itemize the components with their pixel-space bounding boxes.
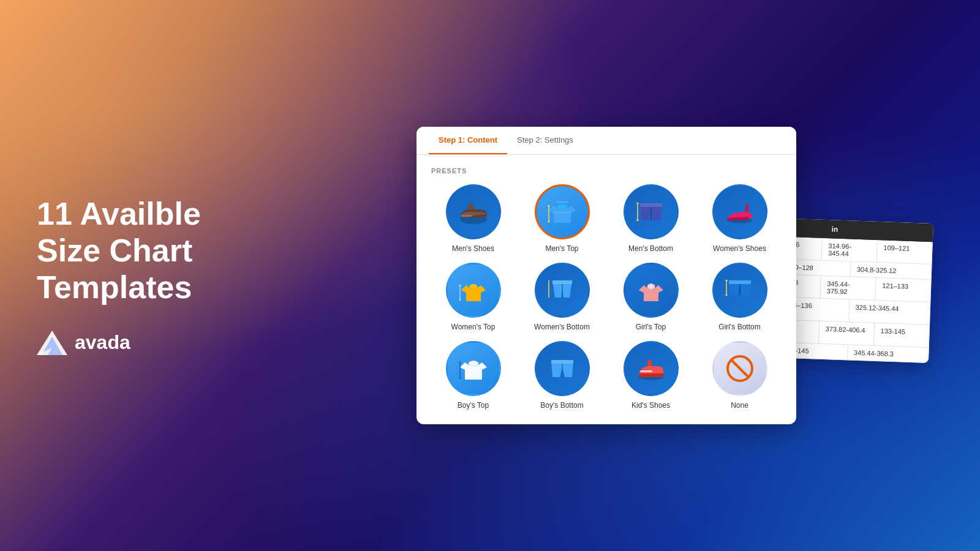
preset-circle-none — [712, 341, 767, 396]
logo-area: avada — [37, 331, 270, 355]
cell-p3: 304.8-325.12 — [850, 261, 932, 279]
preset-mens-top[interactable]: Men's Top — [520, 184, 604, 253]
preset-womens-bottom[interactable]: Women's Bottom — [520, 263, 604, 331]
modal-card: Step 1: Content Step 2: Settings PRESETS — [417, 127, 796, 424]
right-panel: PS in XX-Large 124–136 314.96-345.44 109… — [270, 127, 943, 424]
preset-none[interactable]: None — [698, 341, 782, 410]
preset-circle-boys-top — [446, 341, 501, 396]
avada-logo-icon — [37, 331, 67, 355]
preset-label-girls-top: Girl's Top — [636, 323, 666, 331]
boys-bottom-icon — [544, 350, 581, 387]
content-wrapper: 11 AvailbleSize ChartTemplates avada PS … — [0, 0, 980, 551]
preset-label-mens-shoes: Men's Shoes — [452, 244, 494, 253]
girls-top-icon — [633, 272, 669, 309]
preset-kids-shoes[interactable]: Kid's Shoes — [609, 341, 693, 410]
modal-tabs: Step 1: Content Step 2: Settings — [417, 127, 796, 155]
preset-circle-girls-top — [624, 263, 679, 318]
preset-girls-top[interactable]: Girl's Top — [609, 263, 693, 331]
svg-rect-4 — [461, 215, 472, 217]
preset-label-boys-bottom: Boy's Bottom — [540, 401, 583, 410]
preset-circle-womens-bottom — [535, 263, 590, 318]
preset-label-womens-bottom: Women's Bottom — [534, 323, 590, 331]
womens-bottom-icon — [544, 272, 581, 309]
presets-grid: Men's Shoes — [431, 184, 782, 410]
preset-mens-bottom[interactable]: Men's Bottom — [609, 184, 693, 253]
svg-point-23 — [650, 285, 652, 288]
preset-boys-bottom[interactable]: Boy's Bottom — [520, 341, 604, 410]
preset-label-boys-top: Boy's Top — [458, 401, 489, 410]
cell-q3: 325.12-345.44 — [849, 299, 931, 324]
preset-circle-mens-bottom — [624, 184, 679, 239]
cell-c5: 345.44-375.92 — [821, 276, 876, 300]
preset-label-womens-shoes: Women's Shoes — [713, 244, 766, 253]
boys-top-icon — [455, 350, 492, 387]
none-icon — [722, 350, 758, 387]
cell-c6: 121–133 — [875, 278, 931, 302]
preset-circle-mens-shoes — [446, 184, 501, 239]
preset-circle-girls-bottom — [712, 263, 767, 318]
logo-text: avada — [75, 331, 130, 354]
preset-label-girls-bottom: Girl's Bottom — [718, 323, 760, 331]
tab-content[interactable]: Step 1: Content — [429, 127, 507, 154]
preset-label-kids-shoes: Kid's Shoes — [631, 401, 670, 410]
preset-womens-shoes[interactable]: Women's Shoes — [698, 184, 782, 253]
mens-top-icon — [544, 193, 581, 230]
svg-line-36 — [731, 360, 748, 377]
womens-shoes-icon — [722, 193, 758, 230]
preset-circle-womens-shoes — [712, 184, 767, 239]
preset-label-womens-top: Women's Top — [451, 323, 496, 331]
preset-circle-womens-top — [446, 263, 501, 318]
presets-label: PRESETS — [431, 167, 782, 174]
headline: 11 AvailbleSize ChartTemplates — [37, 196, 270, 305]
kids-shoes-icon — [633, 350, 669, 387]
womens-top-icon — [455, 272, 492, 309]
modal-body: PRESETS — [417, 155, 796, 424]
cell-r3: 133-145 — [874, 323, 930, 347]
svg-rect-9 — [554, 212, 571, 213]
preset-mens-shoes[interactable]: Men's Shoes — [431, 184, 515, 253]
cell-c3: 109–121 — [877, 240, 933, 264]
girls-bottom-icon — [722, 272, 758, 309]
preset-circle-boys-bottom — [535, 341, 590, 396]
cell-c2: 314.96-345.44 — [822, 238, 878, 262]
preset-womens-top[interactable]: Women's Top — [431, 263, 515, 331]
mens-bottom-icon — [633, 193, 669, 230]
preset-circle-kids-shoes — [624, 341, 679, 396]
preset-label-mens-top: Men's Top — [545, 244, 578, 253]
preset-girls-bottom[interactable]: Girl's Bottom — [698, 263, 782, 331]
mens-shoe-icon — [455, 193, 492, 230]
preset-label-none: None — [731, 401, 748, 410]
preset-circle-mens-top — [535, 184, 590, 239]
preset-boys-top[interactable]: Boy's Top — [431, 341, 515, 410]
cell-r2: 373.82-406.4 — [819, 321, 875, 345]
tab-settings[interactable]: Step 2: Settings — [507, 127, 583, 154]
cell-s3: 345.44-368.3 — [848, 345, 929, 362]
preset-label-mens-bottom: Men's Bottom — [628, 244, 673, 253]
left-panel: 11 AvailbleSize ChartTemplates avada — [37, 196, 270, 354]
